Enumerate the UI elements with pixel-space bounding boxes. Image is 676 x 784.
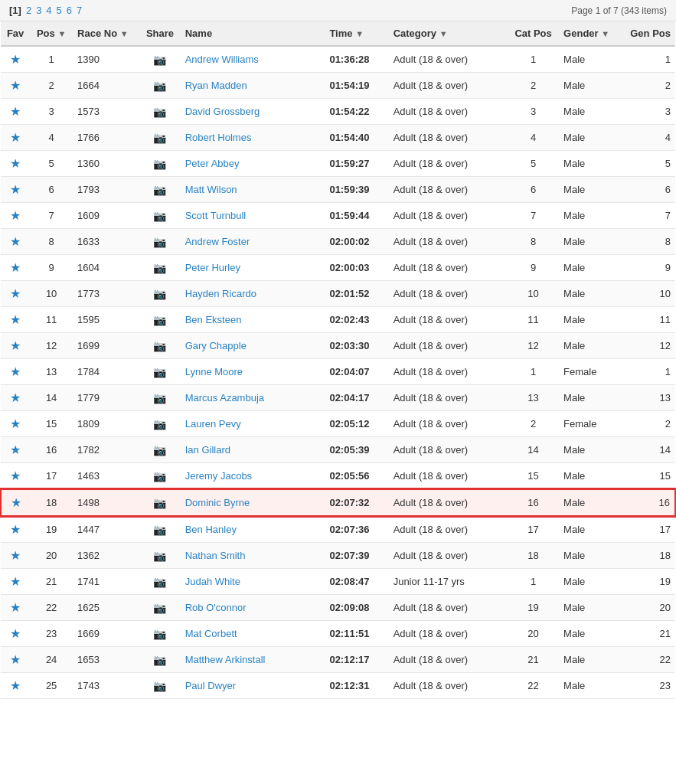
favorite-star-icon[interactable]: ★: [10, 523, 21, 536]
favorite-star-icon[interactable]: ★: [10, 183, 21, 196]
camera-icon[interactable]: 📷: [153, 236, 166, 248]
athlete-name-link[interactable]: Paul Dwyer: [185, 680, 236, 691]
genpos-cell: 16: [620, 489, 675, 516]
share-cell: 📷: [139, 516, 180, 543]
athlete-name-link[interactable]: Robert Holmes: [185, 132, 252, 143]
favorite-star-icon[interactable]: ★: [10, 235, 21, 248]
camera-icon[interactable]: 📷: [153, 340, 166, 352]
raceno-cell: 1793: [73, 177, 139, 203]
favorite-star-icon[interactable]: ★: [10, 575, 21, 588]
athlete-name-link[interactable]: Hayden Ricardo: [185, 288, 256, 299]
table-row: ★ 10 1773 📷 Hayden Ricardo 02:01:52 Adul…: [1, 281, 675, 307]
camera-icon[interactable]: 📷: [153, 524, 166, 536]
table-row: ★ 22 1625 📷 Rob O'connor 02:09:08 Adult …: [1, 595, 675, 621]
athlete-name-link[interactable]: Mat Corbett: [185, 628, 237, 639]
athlete-name-link[interactable]: Matthew Arkinstall: [185, 654, 266, 665]
camera-icon[interactable]: 📷: [153, 576, 166, 588]
pagination[interactable]: [1] 2 3 4 5 6 7: [9, 5, 82, 16]
favorite-star-icon[interactable]: ★: [10, 53, 21, 66]
camera-icon[interactable]: 📷: [153, 80, 166, 92]
camera-icon[interactable]: 📷: [153, 418, 166, 430]
camera-icon[interactable]: 📷: [153, 654, 166, 666]
favorite-star-icon[interactable]: ★: [10, 209, 21, 222]
camera-icon[interactable]: 📷: [153, 680, 166, 692]
favorite-star-icon[interactable]: ★: [10, 313, 21, 326]
athlete-name-link[interactable]: Rob O'connor: [185, 602, 247, 613]
favorite-star-icon[interactable]: ★: [10, 339, 21, 352]
camera-icon[interactable]: 📷: [153, 366, 166, 378]
name-cell: Hayden Ricardo: [181, 281, 325, 307]
athlete-name-link[interactable]: Dominic Byrne: [185, 497, 250, 508]
athlete-name-link[interactable]: Matt Wilson: [185, 184, 237, 195]
pos-cell: 7: [30, 203, 73, 229]
camera-icon[interactable]: 📷: [153, 602, 166, 614]
favorite-star-icon[interactable]: ★: [10, 261, 21, 274]
athlete-name-link[interactable]: Nathan Smith: [185, 550, 246, 561]
favorite-star-icon[interactable]: ★: [10, 653, 21, 666]
athlete-name-link[interactable]: Andrew Foster: [185, 236, 250, 247]
camera-icon[interactable]: 📷: [153, 628, 166, 640]
favorite-star-icon[interactable]: ★: [10, 287, 21, 300]
page-4[interactable]: 4: [46, 5, 51, 16]
camera-icon[interactable]: 📷: [153, 550, 166, 562]
athlete-name-link[interactable]: Andrew Williams: [185, 54, 259, 65]
camera-icon[interactable]: 📷: [153, 392, 166, 404]
athlete-name-link[interactable]: Peter Abbey: [185, 158, 240, 169]
athlete-name-link[interactable]: Lynne Moore: [185, 366, 243, 377]
page-7[interactable]: 7: [77, 5, 82, 16]
camera-icon[interactable]: 📷: [153, 497, 166, 509]
camera-icon[interactable]: 📷: [153, 54, 166, 66]
camera-icon[interactable]: 📷: [153, 470, 166, 482]
raceno-sort-icon[interactable]: ▼: [120, 29, 129, 38]
category-sort-icon[interactable]: ▼: [439, 29, 448, 38]
favorite-star-icon[interactable]: ★: [10, 627, 21, 640]
camera-icon[interactable]: 📷: [153, 184, 166, 196]
favorite-star-icon[interactable]: ★: [10, 131, 21, 144]
page-2[interactable]: 2: [26, 5, 31, 16]
category-cell: Adult (18 & over): [389, 489, 508, 516]
favorite-star-icon[interactable]: ★: [10, 601, 21, 614]
athlete-name-link[interactable]: Marcus Azambuja: [185, 392, 264, 403]
camera-icon[interactable]: 📷: [153, 210, 166, 222]
athlete-name-link[interactable]: Lauren Pevy: [185, 418, 241, 430]
favorite-star-icon[interactable]: ★: [10, 679, 21, 692]
athlete-name-link[interactable]: Jeremy Jacobs: [185, 470, 252, 482]
table-row: ★ 16 1782 📷 Ian Gillard 02:05:39 Adult (…: [1, 437, 675, 463]
page-3[interactable]: 3: [36, 5, 41, 16]
athlete-name-link[interactable]: Judah White: [185, 576, 240, 587]
camera-icon[interactable]: 📷: [153, 106, 166, 118]
athlete-name-link[interactable]: Peter Hurley: [185, 262, 240, 273]
athlete-name-link[interactable]: Ben Hanley: [185, 524, 237, 535]
page-6[interactable]: 6: [67, 5, 72, 16]
share-cell: 📷: [139, 595, 180, 621]
favorite-star-icon[interactable]: ★: [10, 443, 21, 456]
camera-icon[interactable]: 📷: [153, 262, 166, 274]
favorite-star-icon[interactable]: ★: [10, 391, 21, 404]
athlete-name-link[interactable]: Ryan Madden: [185, 80, 247, 91]
athlete-name-link[interactable]: Ian Gillard: [185, 444, 230, 456]
favorite-star-icon[interactable]: ★: [10, 105, 21, 118]
gender-sort-icon[interactable]: ▼: [601, 29, 609, 38]
raceno-cell: 1595: [73, 307, 139, 333]
athlete-name-link[interactable]: Gary Chapple: [185, 340, 247, 351]
share-cell: 📷: [139, 489, 180, 516]
camera-icon[interactable]: 📷: [153, 314, 166, 326]
pos-cell: 9: [30, 255, 73, 281]
page-5[interactable]: 5: [57, 5, 62, 16]
favorite-star-icon[interactable]: ★: [10, 417, 21, 430]
athlete-name-link[interactable]: Scott Turnbull: [185, 210, 247, 221]
camera-icon[interactable]: 📷: [153, 132, 166, 144]
favorite-star-icon[interactable]: ★: [10, 469, 21, 482]
time-sort-icon[interactable]: ▼: [355, 29, 364, 38]
athlete-name-link[interactable]: David Grossberg: [185, 106, 260, 117]
favorite-star-icon[interactable]: ★: [10, 365, 21, 378]
camera-icon[interactable]: 📷: [153, 444, 166, 456]
camera-icon[interactable]: 📷: [153, 158, 166, 170]
athlete-name-link[interactable]: Ben Eksteen: [185, 314, 242, 325]
favorite-star-icon[interactable]: ★: [11, 496, 21, 509]
pos-sort-icon[interactable]: ▼: [57, 29, 66, 38]
favorite-star-icon[interactable]: ★: [10, 79, 21, 92]
favorite-star-icon[interactable]: ★: [10, 549, 21, 562]
camera-icon[interactable]: 📷: [153, 288, 166, 300]
favorite-star-icon[interactable]: ★: [10, 157, 21, 170]
